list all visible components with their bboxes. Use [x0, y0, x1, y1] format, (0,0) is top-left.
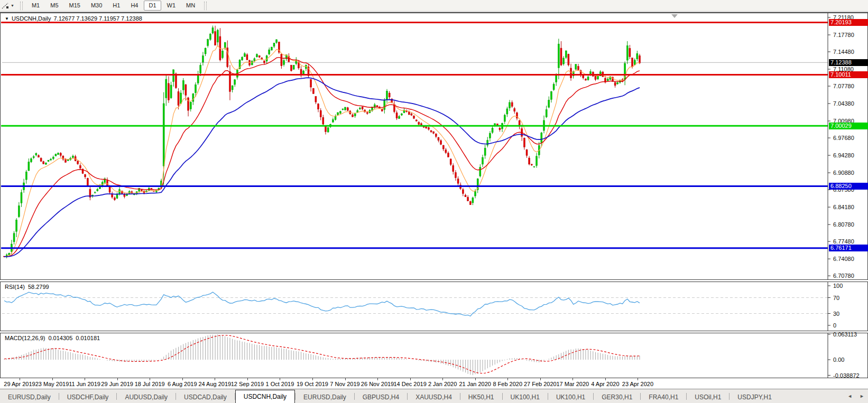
price-axis-label: 6.77480	[833, 238, 854, 245]
current-price-badge: 7.12388	[829, 59, 868, 66]
chart-tab-eurusd-daily[interactable]: EURUSD,Daily	[0, 391, 59, 403]
time-axis-tick	[247, 378, 248, 380]
time-axis-label: 24 Aug 2019	[198, 381, 231, 387]
chart-ohlc-values: 7.12677 7.13629 7.11957 7.12388	[53, 15, 142, 22]
timeframe-button-h4[interactable]: H4	[126, 1, 143, 11]
toolbar-grip-2[interactable]	[204, 2, 207, 10]
timeframe-button-m15[interactable]: M15	[64, 1, 85, 11]
price-axis-label: 6.90880	[833, 170, 854, 176]
time-axis-tick	[150, 378, 150, 380]
tabs-scroll-right-icon[interactable]: ►	[856, 392, 868, 400]
main-chart-panel: ▼ USDCNH,Daily 7.12677 7.13629 7.11957 7…	[0, 12, 868, 280]
time-axis-label: 6 Aug 2019	[168, 381, 197, 387]
rsi-label: RSI(14) 58.2799	[5, 284, 49, 290]
price-chart-canvas[interactable]	[1, 13, 867, 279]
chart-tab-usdcnh-daily[interactable]: USDCNH,Daily	[235, 390, 295, 403]
time-axis-tick	[572, 378, 573, 380]
macd-canvas[interactable]	[1, 333, 867, 378]
chart-tab-eurusd-daily[interactable]: EURUSD,Daily	[296, 391, 354, 403]
line-tool-icon[interactable]	[1, 2, 10, 10]
time-axis-label: 4 Apr 2020	[591, 381, 619, 387]
chart-tab-uk100-h1[interactable]: UK100,H1	[548, 391, 593, 403]
price-axis-label: 7.17780	[833, 32, 854, 38]
rsi-panel: RSI(14) 58.2799 10070300	[0, 282, 868, 331]
macd-value-2: 0.010181	[76, 335, 100, 341]
time-axis-tick	[345, 378, 346, 380]
time-axis-label: 23 Apr 2020	[622, 381, 653, 387]
time-axis[interactable]: 29 Apr 201923 May 201911 Jun 201929 Jun …	[0, 378, 868, 389]
time-axis-tick	[638, 378, 638, 380]
macd-name: MACD(12,26,9)	[5, 335, 45, 341]
price-axis-label: 6.97680	[833, 135, 854, 141]
macd-value-1: 0.014305	[48, 335, 72, 341]
rsi-canvas[interactable]	[1, 282, 867, 331]
time-axis-tick	[182, 378, 183, 380]
chart-tab-usdchf-daily[interactable]: USDCHF,Daily	[59, 391, 117, 403]
time-axis-label: 23 May 2019	[35, 381, 69, 387]
time-axis-label: 2 Jan 2020	[428, 381, 457, 387]
macd-label: MACD(12,26,9) 0.014305 0.010181	[5, 335, 100, 341]
price-level-badge: 7.20193	[829, 19, 868, 26]
macd-axis-label: -0.038872	[833, 372, 860, 379]
time-axis-tick	[117, 378, 118, 380]
timeframe-button-w1[interactable]: W1	[162, 1, 181, 11]
chart-tab-usoil-h1[interactable]: USOil,H1	[687, 391, 729, 403]
time-axis-tick	[442, 378, 443, 380]
rsi-axis-label: 70	[833, 295, 839, 301]
timeframe-button-m1[interactable]: M1	[27, 1, 44, 11]
timeframe-button-h1[interactable]: H1	[108, 1, 125, 11]
timeframe-button-d1[interactable]: D1	[144, 1, 161, 11]
rsi-axis-label: 0	[833, 322, 836, 329]
chart-tab-hk50-h1[interactable]: HK50,H1	[460, 391, 502, 403]
time-axis-label: 26 Nov 2019	[361, 381, 394, 387]
time-axis-tick	[605, 378, 606, 380]
tool-dropdown-caret[interactable]: ▼	[11, 4, 14, 7]
macd-axis-label: 0.063113	[833, 331, 857, 338]
chart-tab-gbpusd-h4[interactable]: GBPUSD,H4	[355, 391, 407, 403]
timeframe-button-m30[interactable]: M30	[86, 1, 107, 11]
chart-tab-usdjpy-h1[interactable]: USDJPY,H1	[730, 391, 779, 403]
macd-panel: MACD(12,26,9) 0.014305 0.010181 0.063113…	[0, 333, 868, 378]
timeframe-button-m5[interactable]: M5	[45, 1, 63, 11]
price-axis-label: 6.80780	[833, 221, 854, 228]
tabs-scroll-left-icon[interactable]: ◄	[844, 392, 856, 400]
time-axis-label: 29 Apr 2019	[4, 381, 35, 387]
time-axis-label: 17 Mar 2020	[556, 381, 589, 387]
chart-tab-audusd-daily[interactable]: AUDUSD,Daily	[117, 391, 176, 403]
chart-title: ▼ USDCNH,Daily 7.12677 7.13629 7.11957 7…	[5, 15, 142, 22]
rsi-value: 58.2799	[28, 284, 49, 290]
price-axis-label: 6.70780	[833, 273, 854, 279]
chart-tab-fra40-h1[interactable]: FRA40,H1	[641, 391, 686, 403]
time-axis-tick	[475, 378, 476, 380]
chart-tab-ger30-h1[interactable]: GER30,H1	[594, 391, 640, 403]
price-axis-label: 6.84180	[833, 204, 854, 210]
toolbar-grip[interactable]	[20, 2, 23, 10]
timeframe-button-mn[interactable]: MN	[181, 1, 200, 11]
time-axis-tick	[312, 378, 313, 380]
time-axis-tick	[20, 378, 20, 380]
chart-symbol-period: USDCNH,Daily	[12, 15, 51, 22]
time-axis-label: 21 Jan 2020	[459, 381, 491, 387]
price-level-badge: 7.10011	[829, 71, 868, 78]
symbol-dropdown-arrow[interactable]: ▼	[5, 16, 9, 21]
time-axis-label: 19 Oct 2019	[297, 381, 328, 387]
price-axis-label: 6.94280	[833, 152, 854, 158]
price-level-badge: 7.00029	[829, 123, 868, 129]
rsi-name: RSI(14)	[5, 284, 25, 290]
time-axis-tick	[85, 378, 85, 380]
chart-tab-uk100-h1[interactable]: UK100,H1	[503, 391, 548, 403]
price-axis-label: 7.04380	[833, 100, 854, 107]
time-axis-label: 8 Feb 2020	[493, 381, 522, 387]
price-level-badge: 6.88250	[829, 183, 868, 190]
chart-tab-usdcad-daily[interactable]: USDCAD,Daily	[176, 391, 235, 403]
time-axis-label: 14 Dec 2019	[393, 381, 426, 387]
time-axis-tick	[377, 378, 378, 380]
price-axis-label: 6.74080	[833, 256, 854, 262]
price-axis-label: 7.14480	[833, 49, 854, 55]
rsi-axis-label: 100	[833, 283, 843, 289]
chart-shift-marker[interactable]	[671, 14, 678, 18]
chart-tab-xauusd-h4[interactable]: XAUUSD,H4	[408, 391, 460, 403]
time-axis-tick	[540, 378, 541, 380]
time-axis-label: 11 Jun 2019	[69, 381, 100, 387]
rsi-axis-label: 30	[833, 311, 839, 317]
